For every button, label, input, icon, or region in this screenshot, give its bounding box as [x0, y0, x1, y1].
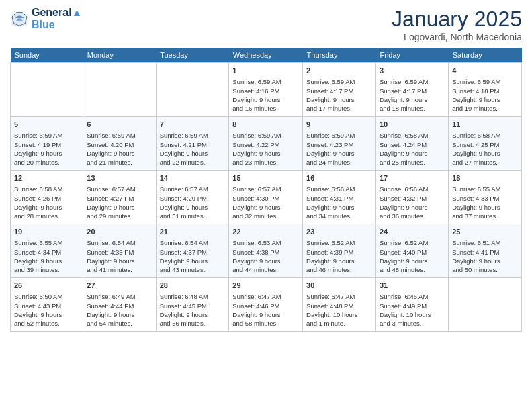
day-number: 27 — [87, 281, 152, 291]
day-info: Daylight: 9 hours — [160, 149, 226, 158]
calendar-cell: 11Sunrise: 6:58 AMSunset: 4:25 PMDayligh… — [449, 117, 522, 171]
day-info: Sunset: 4:21 PM — [160, 140, 226, 149]
weekday-header: Friday — [376, 48, 449, 63]
calendar-cell: 28Sunrise: 6:48 AMSunset: 4:45 PMDayligh… — [156, 278, 229, 332]
day-info: Sunrise: 6:59 AM — [306, 131, 372, 140]
day-info: Sunrise: 6:56 AM — [306, 185, 372, 193]
day-info: Sunset: 4:32 PM — [380, 194, 445, 203]
calendar-cell: 20Sunrise: 6:54 AMSunset: 4:35 PMDayligh… — [83, 224, 156, 278]
day-info: Sunset: 4:48 PM — [306, 302, 372, 310]
day-info: Sunset: 4:22 PM — [232, 140, 299, 149]
day-number: 25 — [452, 227, 518, 237]
day-info: Sunrise: 6:55 AM — [452, 185, 518, 193]
day-info: and 36 minutes. — [380, 212, 445, 220]
day-info: Sunrise: 6:50 AM — [14, 292, 79, 301]
day-number: 9 — [306, 120, 372, 130]
day-info: and 25 minutes. — [380, 158, 445, 167]
day-info: Sunset: 4:40 PM — [380, 248, 445, 257]
day-info: Sunrise: 6:59 AM — [380, 77, 445, 86]
day-info: Sunset: 4:30 PM — [232, 194, 299, 203]
day-info: Daylight: 9 hours — [306, 95, 372, 104]
day-info: Daylight: 9 hours — [232, 310, 299, 319]
day-info: Sunrise: 6:58 AM — [380, 131, 445, 140]
day-info: Daylight: 9 hours — [232, 95, 299, 104]
day-info: Sunset: 4:18 PM — [452, 87, 518, 95]
day-info: Sunrise: 6:56 AM — [380, 185, 445, 193]
day-info: and 16 minutes. — [232, 104, 299, 113]
day-number: 24 — [380, 227, 445, 237]
calendar-cell: 29Sunrise: 6:47 AMSunset: 4:46 PMDayligh… — [229, 278, 303, 332]
day-info: Sunset: 4:41 PM — [452, 248, 518, 257]
day-info: Sunrise: 6:54 AM — [87, 238, 152, 247]
day-info: Daylight: 9 hours — [306, 203, 372, 212]
day-number: 12 — [14, 173, 79, 183]
day-info: Daylight: 9 hours — [306, 257, 372, 265]
day-info: Daylight: 9 hours — [452, 257, 518, 265]
day-info: Daylight: 9 hours — [160, 257, 226, 265]
day-info: Sunrise: 6:57 AM — [232, 185, 299, 193]
day-number: 14 — [160, 173, 226, 183]
day-info: Sunset: 4:49 PM — [380, 302, 445, 310]
day-info: Sunset: 4:29 PM — [160, 194, 226, 203]
day-info: and 19 minutes. — [452, 104, 518, 113]
calendar-cell: 21Sunrise: 6:54 AMSunset: 4:37 PMDayligh… — [156, 224, 229, 278]
day-number: 5 — [14, 120, 79, 130]
logo-icon — [10, 9, 29, 28]
calendar-cell: 7Sunrise: 6:59 AMSunset: 4:21 PMDaylight… — [156, 117, 229, 171]
day-info: Sunrise: 6:59 AM — [232, 131, 299, 140]
calendar-cell: 3Sunrise: 6:59 AMSunset: 4:17 PMDaylight… — [376, 63, 449, 117]
day-number: 21 — [160, 227, 226, 237]
day-info: Sunset: 4:25 PM — [452, 140, 518, 149]
calendar-week-row: 1Sunrise: 6:59 AMSunset: 4:16 PMDaylight… — [11, 63, 522, 117]
day-info: Sunset: 4:46 PM — [232, 302, 299, 310]
calendar-week-row: 26Sunrise: 6:50 AMSunset: 4:43 PMDayligh… — [11, 278, 522, 332]
day-info: Daylight: 9 hours — [232, 257, 299, 265]
day-info: Sunrise: 6:59 AM — [232, 77, 299, 86]
day-info: and 17 minutes. — [306, 104, 372, 113]
day-number: 16 — [306, 173, 372, 183]
day-info: and 3 minutes. — [380, 319, 445, 328]
day-number: 11 — [452, 120, 518, 130]
day-number: 6 — [87, 120, 152, 130]
calendar-cell: 26Sunrise: 6:50 AMSunset: 4:43 PMDayligh… — [11, 278, 83, 332]
day-info: and 23 minutes. — [232, 158, 299, 167]
day-info: Daylight: 9 hours — [380, 257, 445, 265]
day-info: and 18 minutes. — [380, 104, 445, 113]
day-number: 8 — [232, 120, 299, 130]
day-info: and 20 minutes. — [14, 158, 79, 167]
weekday-header: Thursday — [303, 48, 376, 63]
weekday-header: Saturday — [449, 48, 522, 63]
day-info: and 52 minutes. — [14, 319, 79, 328]
day-info: and 58 minutes. — [232, 319, 299, 328]
weekday-header: Monday — [83, 48, 156, 63]
calendar-cell: 17Sunrise: 6:56 AMSunset: 4:32 PMDayligh… — [376, 171, 449, 224]
day-info: Sunset: 4:20 PM — [87, 140, 152, 149]
calendar-cell — [449, 278, 522, 332]
calendar-cell — [156, 63, 229, 117]
calendar-cell — [11, 63, 83, 117]
calendar-cell: 30Sunrise: 6:47 AMSunset: 4:48 PMDayligh… — [303, 278, 376, 332]
day-number: 15 — [232, 173, 299, 183]
day-info: Sunset: 4:38 PM — [232, 248, 299, 257]
day-info: Sunset: 4:33 PM — [452, 194, 518, 203]
day-info: Sunrise: 6:59 AM — [160, 131, 226, 140]
calendar-cell: 12Sunrise: 6:58 AMSunset: 4:26 PMDayligh… — [11, 171, 83, 224]
day-info: Daylight: 9 hours — [87, 257, 152, 265]
calendar-cell: 22Sunrise: 6:53 AMSunset: 4:38 PMDayligh… — [229, 224, 303, 278]
calendar-cell: 27Sunrise: 6:49 AMSunset: 4:44 PMDayligh… — [83, 278, 156, 332]
day-info: and 37 minutes. — [452, 212, 518, 220]
day-info: and 39 minutes. — [14, 265, 79, 274]
calendar-cell: 1Sunrise: 6:59 AMSunset: 4:16 PMDaylight… — [229, 63, 303, 117]
calendar-cell: 5Sunrise: 6:59 AMSunset: 4:19 PMDaylight… — [11, 117, 83, 171]
day-number: 26 — [14, 281, 79, 291]
logo: General▲ Blue — [10, 7, 82, 30]
calendar-cell: 15Sunrise: 6:57 AMSunset: 4:30 PMDayligh… — [229, 171, 303, 224]
day-info: and 44 minutes. — [232, 265, 299, 274]
day-info: Sunrise: 6:46 AM — [380, 292, 445, 301]
day-info: Sunset: 4:45 PM — [160, 302, 226, 310]
day-info: and 24 minutes. — [306, 158, 372, 167]
day-info: Sunrise: 6:55 AM — [14, 238, 79, 247]
day-number: 13 — [87, 173, 152, 183]
day-info: and 31 minutes. — [160, 212, 226, 220]
day-info: Sunrise: 6:59 AM — [14, 131, 79, 140]
